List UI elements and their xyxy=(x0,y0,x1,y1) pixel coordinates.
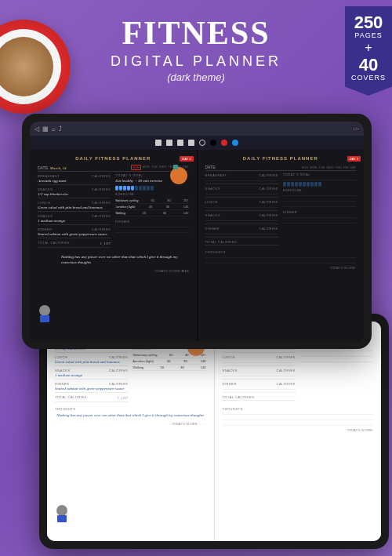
left-page-dark: DAY 1 DAILY FITNESS PLANNER DATE: March,… xyxy=(30,150,197,341)
covers-count: 40 xyxy=(345,56,392,74)
tablet-light: BREAKFASTCALORIESAvocado egg toast SNACK… xyxy=(39,314,389,549)
pages-label: PAGES xyxy=(345,31,392,39)
highlighter-icon[interactable] xyxy=(177,140,183,146)
day-badge: DAY 2 xyxy=(347,156,361,162)
header: FITNESS DIGITAL PLANNER (dark theme) xyxy=(0,0,392,89)
water-tracker xyxy=(115,186,188,191)
color-red[interactable] xyxy=(221,140,227,146)
promo-ribbon: 250 PAGES + 40 COVERS xyxy=(345,6,392,96)
eraser-icon[interactable] xyxy=(188,140,194,146)
share-icon[interactable]: ⤴ xyxy=(59,125,62,133)
tool-bar xyxy=(30,136,364,150)
more-icon[interactable]: ⋯ xyxy=(353,125,359,133)
left-page-light: BREAKFASTCALORIESAvocado egg toast SNACK… xyxy=(47,322,214,541)
theme-label: (dark theme) xyxy=(0,71,392,83)
page-title: DAILY FITNESS PLANNER xyxy=(38,156,189,161)
grid-icon[interactable]: ▦ xyxy=(42,125,49,133)
right-page-light: BREAKFASTCALORIES SNACKSCALORIES LUNCHCA… xyxy=(215,322,382,541)
color-none[interactable] xyxy=(199,140,205,146)
right-page-dark: DAY 2 DAILY FITNESS PLANNER DATE:SUNMONT… xyxy=(198,150,365,341)
subtitle: DIGITAL PLANNER xyxy=(0,53,392,70)
pages-count: 250 xyxy=(345,14,392,31)
cat-doodle xyxy=(36,305,53,322)
title: FITNESS xyxy=(0,14,392,52)
covers-label: COVERS xyxy=(345,74,392,82)
color-black[interactable] xyxy=(210,140,216,146)
day-badge: DAY 1 xyxy=(180,156,193,162)
tablet-dark: ◁ ▦ ⌕ ⤴ ⋯ DAY 1 DAILY FITNESS PLANNER DA… xyxy=(22,114,372,349)
back-icon[interactable]: ◁ xyxy=(34,125,39,133)
color-blue[interactable] xyxy=(232,140,238,146)
cat-doodle xyxy=(53,505,71,522)
pen-icon[interactable] xyxy=(155,140,162,146)
search-icon[interactable]: ⌕ xyxy=(52,125,56,133)
pencil-icon[interactable] xyxy=(166,140,172,146)
exercise-table: Stationary cycling6530207Aerobics (light… xyxy=(115,198,188,216)
plus: + xyxy=(345,41,392,55)
app-bar: ◁ ▦ ⌕ ⤴ ⋯ xyxy=(30,122,364,136)
